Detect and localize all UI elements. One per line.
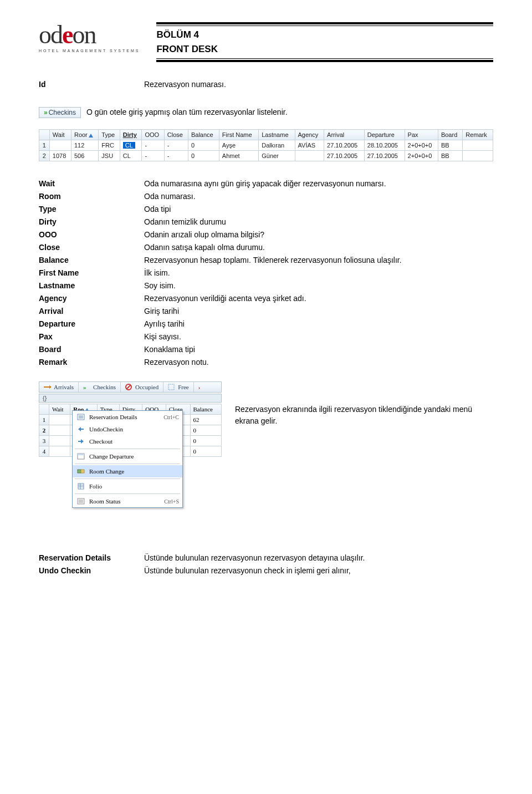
menu-item[interactable]: Folio [73,480,182,492]
grid1-table[interactable]: WaitRoorTypeDirtyOOOCloseBalanceFirst Na… [39,129,493,161]
grid1-col-header[interactable]: OOO [142,130,164,140]
menu-item[interactable]: Reservation DetailsCtrl+C [73,411,182,423]
table-cell[interactable]: 27.10.2005 [364,151,405,161]
menu-item-label: UndoCheckin [89,426,179,432]
grid1-col-header[interactable]: Dirty [120,130,142,140]
table-cell[interactable]: - [142,140,164,151]
logo-text: odeon [39,22,140,48]
menu-item-shortcut: Ctrl+S [164,498,179,505]
table-row[interactable]: 21078506JSUCL--0AhmetGüner27.10.200527.1… [39,151,493,161]
table-cell[interactable]: CL [120,151,142,161]
table-cell[interactable]: 3 [39,436,49,446]
grid1-col-header[interactable]: Roor [71,130,98,140]
table-cell[interactable]: FRC [99,140,120,151]
table-cell[interactable]: 62 [190,415,221,425]
context-menu-description: Rezervasyon ekranında ilgili rezervasyon… [235,381,493,508]
table-cell[interactable]: BB [438,151,462,161]
table-cell[interactable]: 506 [71,151,98,161]
def-row: Reservation DetailsÜstünde bulunulan rez… [39,552,493,564]
table-cell[interactable]: 1 [39,415,49,425]
table-cell[interactable]: 28.10.2005 [364,140,405,151]
toolbar-more[interactable]: › [194,382,205,392]
grid1-col-header[interactable]: Lastname [259,130,295,140]
context-menu[interactable]: Reservation DetailsCtrl+CUndoCheckinChec… [72,410,183,508]
table-cell[interactable]: AVİAS [295,140,324,151]
table-cell[interactable]: 27.10.2005 [324,151,365,161]
grid1-col-header[interactable]: Close [164,130,188,140]
table-cell[interactable] [49,425,70,436]
table-cell[interactable]: 4 [39,446,49,457]
checkins-button[interactable]: » Checkins [39,107,81,118]
table-cell[interactable]: 0 [190,446,221,457]
table-cell[interactable] [49,415,70,425]
table-cell[interactable]: 2+0+0+0 [405,151,438,161]
table-cell[interactable]: Dalkıran [259,140,295,151]
menu-item[interactable]: Checkout [73,435,182,447]
table-cell[interactable]: 1 [39,140,50,151]
table-cell[interactable]: 0 [190,425,221,436]
table-cell[interactable] [295,151,324,161]
table-cell[interactable]: BB [438,140,462,151]
toolbar-arrivals[interactable]: Arrivals [39,382,79,392]
table-cell[interactable] [49,446,70,457]
table-cell[interactable] [463,140,493,151]
def-term: Close [39,242,144,253]
menu-separator [75,449,180,449]
table-cell[interactable] [49,436,70,446]
menu-item[interactable]: Room Change [73,465,182,477]
table-cell[interactable]: JSU [99,151,120,161]
checkins-icon: » [83,384,91,390]
table-cell[interactable]: Ahmet [219,151,258,161]
menu-separator [75,479,180,479]
table-cell[interactable]: 0 [188,140,219,151]
table-cell[interactable]: Güner [259,151,295,161]
filter-handle-row[interactable]: {} [39,394,222,403]
table-cell[interactable]: CL [120,140,142,151]
table-cell[interactable]: 2+0+0+0 [405,140,438,151]
def-row: DepartureAyrılış tarihi [39,318,493,330]
def-term: Departure [39,318,144,330]
table-cell[interactable]: 112 [71,140,98,151]
grid1-col-header[interactable]: Pax [405,130,438,140]
grid1-col-header[interactable]: Balance [188,130,219,140]
table-cell[interactable]: - [164,140,188,151]
table-cell[interactable]: - [142,151,164,161]
menu-item[interactable]: UndoCheckin [73,423,182,435]
grid1-col-header[interactable]: Remark [463,130,493,140]
grid2-col-header[interactable]: Balance [190,404,221,415]
def-row: First Nameİlk isim. [39,267,493,279]
grid2-col-header[interactable]: Wait [49,404,70,415]
toolbar-checkins[interactable]: »Checkins [79,382,121,392]
def-term: Arrival [39,306,144,317]
checkins-label: Checkins [49,109,76,116]
table-cell[interactable]: 2 [39,151,50,161]
def-desc: Oda numarasına aynı gün giriş yapacak di… [144,178,493,190]
table-cell[interactable] [463,151,493,161]
grid1-col-header[interactable]: Departure [364,130,405,140]
toolbar-occupied[interactable]: Occupied [121,382,163,392]
table-cell[interactable]: 0 [188,151,219,161]
grid1-col-header[interactable]: Arrival [324,130,365,140]
grid1-col-header[interactable]: Type [99,130,120,140]
grid1-col-header[interactable]: Agency [295,130,324,140]
table-cell[interactable] [49,140,71,151]
svg-rect-14 [78,454,84,455]
rule-bottom-thick [156,60,493,62]
table-cell[interactable]: - [164,151,188,161]
table-cell[interactable]: 2 [39,425,49,436]
grid2-col-header[interactable] [39,404,49,415]
table-cell[interactable]: 0 [190,436,221,446]
table-cell[interactable]: 27.10.2005 [324,140,365,151]
grid1-col-header[interactable] [39,130,50,140]
logo-pre: od [39,21,62,49]
table-cell[interactable]: 1078 [49,151,71,161]
grid1-col-header[interactable]: Wait [49,130,71,140]
table-cell[interactable]: Ayşe [219,140,258,151]
grid1-col-header[interactable]: First Name [219,130,258,140]
toolbar-free[interactable]: Free [163,382,194,392]
menu-item[interactable]: Room StatusCtrl+S [73,495,182,507]
def-row: OOOOdanin arızali olup olmama bilgisi? [39,229,493,241]
table-row[interactable]: 1112FRCCL--0AyşeDalkıranAVİAS27.10.20052… [39,140,493,151]
menu-item[interactable]: Change Departure [73,450,182,462]
grid1-col-header[interactable]: Board [438,130,462,140]
